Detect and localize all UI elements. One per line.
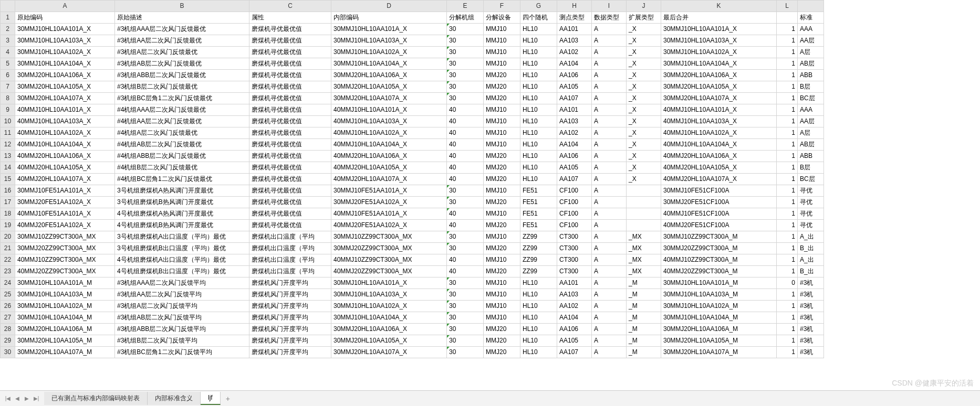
cell[interactable]: AA104 xyxy=(557,312,592,324)
cell[interactable]: 40MMJ20ZZ99CT300A_MX xyxy=(331,266,447,277)
cell[interactable]: 30 xyxy=(447,185,484,197)
cell[interactable]: A层 xyxy=(798,47,824,58)
cell[interactable]: 40 xyxy=(447,254,484,266)
cell[interactable]: 磨煤机寻优最优值 xyxy=(249,58,331,70)
row-header[interactable]: 22 xyxy=(1,254,15,266)
cell[interactable]: MMJ10 xyxy=(484,127,520,139)
header-cell[interactable]: 测点类型 xyxy=(557,12,592,24)
header-cell[interactable] xyxy=(777,12,798,24)
cell[interactable]: 磨煤机风门开度平均 xyxy=(249,324,331,335)
row-header[interactable]: 20 xyxy=(1,231,15,243)
cell[interactable]: 40MMJ10FE51AA101A_X xyxy=(15,208,115,220)
cell[interactable]: 40MMJ10HL10AA103A_X xyxy=(331,116,447,127)
row-header[interactable]: 4 xyxy=(1,47,15,58)
row-header[interactable]: 1 xyxy=(1,12,15,24)
cell[interactable]: 30MMJ20HL10AA106A_X xyxy=(661,70,777,81)
cell[interactable]: #3机组ABB层二次风门反馈平均 xyxy=(115,324,249,335)
cell[interactable]: 磨煤机寻优最优值 xyxy=(249,185,331,197)
cell[interactable]: A xyxy=(592,174,627,185)
cell[interactable]: 寻优 xyxy=(798,220,824,231)
cell[interactable]: 1 xyxy=(777,139,798,151)
cell[interactable]: ZZ99 xyxy=(520,231,557,243)
cell[interactable]: 寻优 xyxy=(798,208,824,220)
cell[interactable]: 30MMJ10HL10AA104A_M xyxy=(15,312,115,324)
cell[interactable]: 1 xyxy=(777,243,798,254)
cell[interactable]: 30MMJ20HL10AA105A_X xyxy=(661,81,777,93)
cell[interactable]: CT300 xyxy=(557,231,592,243)
cell[interactable]: 40MMJ20FE51AA102A_X xyxy=(15,220,115,231)
row-header[interactable]: 7 xyxy=(1,81,15,93)
cell[interactable]: 磨煤机寻优最优值 xyxy=(249,24,331,35)
cell[interactable]: A xyxy=(592,93,627,104)
cell[interactable]: MMJ20 xyxy=(484,220,520,231)
cell[interactable]: _M xyxy=(627,347,661,358)
cell[interactable]: 1 xyxy=(777,35,798,47)
cell[interactable]: 30MMJ10HL10AA104A_X xyxy=(661,58,777,70)
cell[interactable]: 30MMJ20HL10AA106A_X xyxy=(331,324,447,335)
cell[interactable]: AAA xyxy=(798,24,824,35)
cell[interactable]: A xyxy=(592,24,627,35)
cell[interactable]: B_出 xyxy=(798,266,824,277)
cell[interactable]: HL10 xyxy=(520,174,557,185)
cell[interactable]: _MX xyxy=(627,243,661,254)
tab-nav-last[interactable]: ▶| xyxy=(32,394,41,403)
cell[interactable]: 30MMJ10HL10AA101A_M xyxy=(15,277,115,289)
cell[interactable]: 40MMJ10ZZ99CT300A_M xyxy=(661,254,777,266)
cell[interactable]: 1 xyxy=(777,335,798,347)
cell[interactable]: _M xyxy=(627,312,661,324)
cell[interactable]: 磨煤机寻优最优值 xyxy=(249,70,331,81)
cell[interactable]: 30MMJ10HL10AA102A_M xyxy=(15,301,115,312)
cell[interactable]: #4机组BC层角1二次风门反馈最优 xyxy=(115,174,249,185)
cell[interactable] xyxy=(627,197,661,208)
cell[interactable]: _X xyxy=(627,70,661,81)
row-header[interactable]: 6 xyxy=(1,70,15,81)
cell[interactable]: MMJ10 xyxy=(484,185,520,197)
cell[interactable]: A xyxy=(592,197,627,208)
cell[interactable]: 40 xyxy=(447,139,484,151)
cell[interactable] xyxy=(627,220,661,231)
cell[interactable]: 40MMJ10HL10AA104A_X xyxy=(331,139,447,151)
cell[interactable]: #3机 xyxy=(798,277,824,289)
cell[interactable]: MMJ20 xyxy=(484,243,520,254)
cell[interactable]: MMJ10 xyxy=(484,254,520,266)
select-all-corner[interactable] xyxy=(1,1,15,12)
cell[interactable]: #3机组A层二次风门反馈最优 xyxy=(115,47,249,58)
cell[interactable]: B_出 xyxy=(798,243,824,254)
cell[interactable]: 30MMJ10HL10AA103A_X xyxy=(331,289,447,301)
row-header[interactable]: 30 xyxy=(1,347,15,358)
cell[interactable]: MMJ20 xyxy=(484,70,520,81)
cell[interactable]: 磨煤机寻优最优值 xyxy=(249,81,331,93)
cell[interactable]: #3机组B层二次风门反馈平均 xyxy=(115,335,249,347)
cell[interactable]: _X xyxy=(627,174,661,185)
cell[interactable]: #3机 xyxy=(798,347,824,358)
cell[interactable]: HL10 xyxy=(520,139,557,151)
cell[interactable]: A xyxy=(592,47,627,58)
cell[interactable]: 30MMJ20HL10AA106A_X xyxy=(331,70,447,81)
row-header[interactable]: 18 xyxy=(1,208,15,220)
cell[interactable]: 30MMJ20FE51AA102A_X xyxy=(15,197,115,208)
row-header[interactable]: 19 xyxy=(1,220,15,231)
row-header[interactable]: 13 xyxy=(1,151,15,162)
row-header[interactable]: 8 xyxy=(1,93,15,104)
cell[interactable]: 30 xyxy=(447,335,484,347)
cell[interactable]: #3机组AAA层二次风门反馈最优 xyxy=(115,24,249,35)
cell[interactable]: 40MMJ10ZZ99CT300A_MX xyxy=(331,254,447,266)
cell[interactable]: A xyxy=(592,301,627,312)
cell[interactable]: 0 xyxy=(777,277,798,289)
cell[interactable]: ZZ99 xyxy=(520,254,557,266)
cell[interactable]: #3机组BC层角1二次风门反馈最优 xyxy=(115,93,249,104)
cell[interactable]: AA105 xyxy=(557,81,592,93)
cell[interactable]: 30MMJ20HL10AA105A_M xyxy=(661,335,777,347)
cell[interactable]: _X xyxy=(627,81,661,93)
sheet-tab[interactable]: 已有测点与标准内部编码映射表 xyxy=(44,392,148,405)
cell[interactable]: 30MMJ10HL10AA104A_M xyxy=(661,312,777,324)
cell[interactable]: 30MMJ10HL10AA104A_X xyxy=(15,58,115,70)
cell[interactable]: HL10 xyxy=(520,104,557,116)
cell[interactable]: #3机 xyxy=(798,324,824,335)
cell[interactable]: _M xyxy=(627,277,661,289)
cell[interactable]: MMJ10 xyxy=(484,104,520,116)
cell[interactable]: 40MMJ20HL10AA106A_X xyxy=(661,151,777,162)
cell[interactable]: 40MMJ20HL10AA107A_X xyxy=(15,174,115,185)
cell[interactable]: AA103 xyxy=(557,116,592,127)
tab-add[interactable]: + xyxy=(221,392,235,405)
